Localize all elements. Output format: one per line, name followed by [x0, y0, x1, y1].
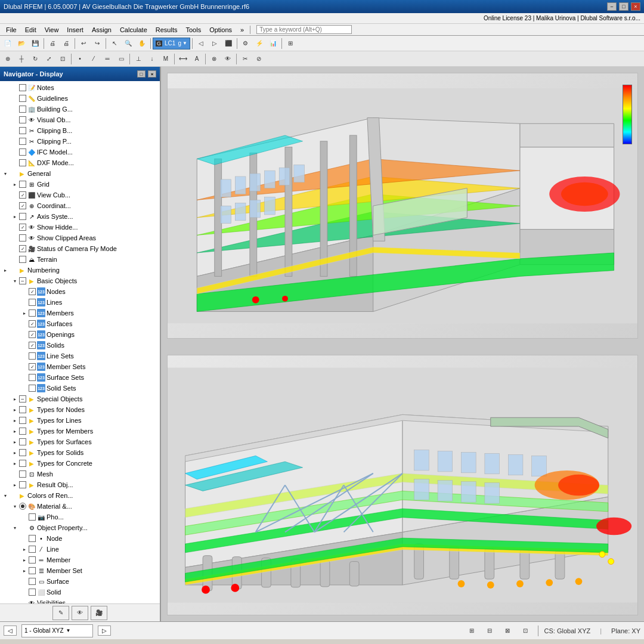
checkbox-view-cube[interactable]: [19, 191, 26, 199]
checkbox-show-hidden[interactable]: [19, 224, 26, 231]
redo-button[interactable]: ↪: [91, 37, 104, 50]
lc-dropdown[interactable]: G LC1 g ▼: [153, 38, 190, 49]
mesh-button[interactable]: ⚙: [239, 37, 252, 50]
surface-draw-button[interactable]: ▭: [114, 52, 128, 66]
checkbox-camera-fly[interactable]: [19, 245, 26, 252]
tree-item-line-prop[interactable]: ▸⁄Line: [0, 544, 160, 555]
toggle-building[interactable]: [11, 105, 19, 113]
tree-item-special-objects[interactable]: ▸▶Special Objects: [0, 394, 160, 404]
print-button[interactable]: 🖨: [46, 37, 59, 50]
tree-item-numbering[interactable]: ▸▶Numbering: [0, 265, 160, 275]
checkbox-guidelines[interactable]: [19, 95, 26, 102]
tree-item-solid-prop[interactable]: ⬜Solid: [0, 587, 160, 597]
status-snap-button[interactable]: ⊠: [501, 624, 514, 637]
tree-item-solids[interactable]: 123Solids: [0, 340, 160, 351]
toggle-ifc-model[interactable]: [11, 148, 19, 156]
intersect-button[interactable]: ⊘: [252, 52, 265, 66]
search-input[interactable]: [256, 25, 352, 34]
select-button[interactable]: ↖: [108, 37, 121, 50]
checkbox-terrain[interactable]: [19, 256, 26, 263]
toggle-types-concrete[interactable]: ▸: [11, 459, 19, 467]
checkbox-building[interactable]: [19, 106, 26, 113]
toggle-surface-sets[interactable]: [20, 373, 29, 382]
checkbox-result-obj[interactable]: [19, 481, 26, 488]
checkbox-surface-prop[interactable]: [29, 578, 36, 585]
tree-item-clipping-p[interactable]: ✂Clipping P...: [0, 136, 160, 147]
checkbox-types-members[interactable]: [19, 428, 26, 435]
toggle-types-lines[interactable]: ▸: [11, 416, 19, 425]
tree-item-general[interactable]: ▾▶General: [0, 168, 160, 179]
toggle-axis-system[interactable]: ▸: [11, 212, 19, 221]
toggle-material-s[interactable]: ▾: [11, 502, 19, 510]
toggle-coordinates[interactable]: [11, 202, 19, 210]
nav-display-button[interactable]: 👁: [72, 606, 88, 620]
member-draw-button[interactable]: ═: [101, 52, 114, 66]
toggle-dxf-model[interactable]: [11, 159, 19, 167]
checkbox-openings[interactable]: [29, 331, 36, 338]
checkbox-solids[interactable]: [29, 342, 36, 349]
toggle-camera-fly[interactable]: [11, 244, 19, 253]
node-button[interactable]: •: [73, 52, 86, 66]
visibility-button[interactable]: 👁: [221, 52, 234, 66]
tree-item-member-set-prop[interactable]: ▸☰Member Set: [0, 565, 160, 576]
menu-more[interactable]: »: [237, 25, 247, 35]
open-button[interactable]: 📂: [15, 37, 28, 50]
toggle-show-clipped[interactable]: [11, 234, 19, 242]
checkbox-types-concrete[interactable]: [19, 460, 26, 467]
toggle-solid-prop[interactable]: [20, 588, 29, 596]
checkbox-clipping-b[interactable]: [19, 127, 26, 134]
toggle-solid-sets[interactable]: [20, 384, 29, 392]
tree-item-guidelines[interactable]: 📏Guidelines: [0, 93, 160, 104]
tree-item-line-sets[interactable]: 123Line Sets: [0, 351, 160, 361]
tree-item-mesh[interactable]: ⊡Mesh: [0, 469, 160, 479]
toggle-mesh[interactable]: [11, 470, 19, 478]
move-button[interactable]: ⤢: [42, 52, 55, 66]
toggle-special-objects[interactable]: ▸: [11, 395, 19, 403]
checkbox-surfaces[interactable]: [29, 320, 36, 327]
toggle-object-property[interactable]: ▾: [11, 524, 19, 532]
tree-item-grid[interactable]: ▸⊞Grid: [0, 179, 160, 190]
toggle-view-cube[interactable]: [11, 191, 19, 199]
tree-item-object-property[interactable]: ▾⚙Object Property...: [0, 522, 160, 533]
checkbox-solid-prop[interactable]: [29, 589, 36, 596]
toggle-member-prop[interactable]: ▸: [20, 556, 29, 564]
line-draw-button[interactable]: ⁄: [87, 52, 100, 66]
toggle-member-set-prop[interactable]: ▸: [20, 566, 29, 575]
calc-button[interactable]: ⚡: [253, 37, 266, 50]
nav-edit-button[interactable]: ✎: [52, 606, 69, 620]
print-preview-button[interactable]: 🖨: [60, 37, 73, 50]
table-button[interactable]: ⊞: [284, 37, 297, 50]
tree-item-lines[interactable]: 123Lines: [0, 297, 160, 308]
support-button[interactable]: ⊥: [132, 52, 145, 66]
toggle-show-hidden[interactable]: [11, 223, 19, 231]
viewport[interactable]: [161, 67, 644, 621]
tree-item-ifc-model[interactable]: 🔷IFC Model...: [0, 147, 160, 157]
tree-item-types-lines[interactable]: ▸▶Types for Lines: [0, 415, 160, 426]
toggle-guidelines[interactable]: [11, 94, 19, 103]
toggle-types-nodes[interactable]: ▸: [11, 405, 19, 414]
rotate-button[interactable]: ↻: [29, 52, 42, 66]
tree-item-colors-ren[interactable]: ▾▶Colors of Ren...: [0, 490, 160, 501]
tree-item-solid-sets[interactable]: 123Solid Sets: [0, 383, 160, 394]
tree-item-member-sets[interactable]: 123Member Sets: [0, 361, 160, 372]
checkbox-ifc-model[interactable]: [19, 148, 26, 156]
menu-options[interactable]: Options: [206, 25, 236, 35]
tree-item-nodes[interactable]: 123Nodes: [0, 286, 160, 297]
annotate-button[interactable]: A: [190, 52, 203, 66]
radio-material-s[interactable]: [19, 503, 26, 510]
menu-file[interactable]: File: [2, 25, 20, 35]
pan-button[interactable]: ✋: [135, 37, 148, 50]
checkbox-axis-system[interactable]: [19, 213, 26, 220]
section-button[interactable]: ✂: [239, 52, 252, 66]
tree-item-notes[interactable]: 📝Notes: [0, 82, 160, 93]
menu-insert[interactable]: Insert: [63, 25, 87, 35]
results-button[interactable]: 📊: [267, 37, 280, 50]
toggle-nodes[interactable]: [20, 287, 29, 296]
toggle-members[interactable]: ▸: [20, 309, 29, 317]
checkbox-surface-sets[interactable]: [29, 374, 36, 381]
menu-calculate[interactable]: Calculate: [116, 25, 151, 35]
menu-tools[interactable]: Tools: [182, 25, 205, 35]
toggle-basic-objects[interactable]: ▾: [11, 277, 19, 285]
tree-item-basic-objects[interactable]: ▾▶Basic Objects: [0, 275, 160, 286]
toggle-photorealistic[interactable]: [20, 513, 29, 521]
